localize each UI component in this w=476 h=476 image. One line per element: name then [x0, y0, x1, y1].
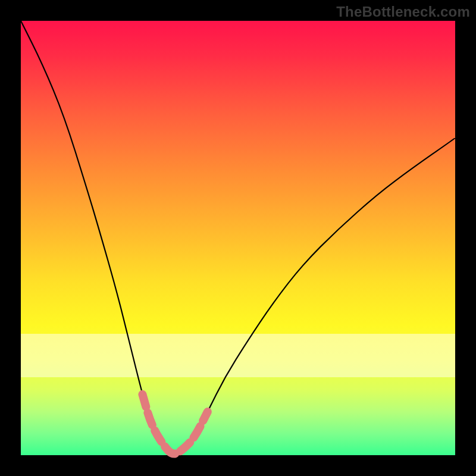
bottleneck-curve-accent [142, 394, 208, 454]
chart-frame: TheBottleneck.com [0, 0, 476, 476]
curve-layer [21, 21, 455, 455]
plot-area [21, 21, 455, 455]
bottleneck-curve-main [21, 21, 455, 454]
watermark-text: TheBottleneck.com [336, 4, 470, 20]
